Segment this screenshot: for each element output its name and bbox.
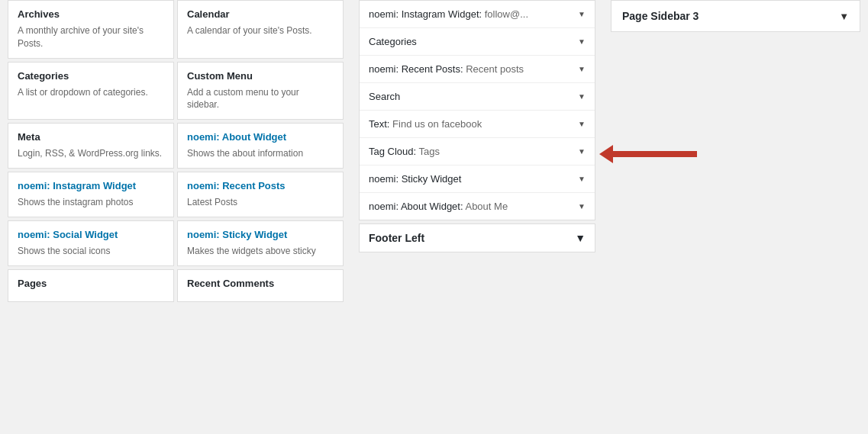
widget-noemi-about-title: noemi: About Widget (187, 131, 334, 143)
sidebar-item-about-widget-arrow: ▼ (578, 202, 586, 211)
page-sidebar-3-arrow: ▼ (839, 11, 849, 22)
widget-noemi-social-desc: Shows the social icons (18, 245, 164, 258)
sidebar-item-categories-label: Categories (369, 36, 417, 47)
sidebar-item-recent-posts-label: noemi: Recent Posts: Recent posts (369, 63, 524, 75)
sidebar-item-categories[interactable]: Categories ▼ (360, 28, 595, 56)
sidebar-item-tag-cloud-label: Tag Cloud: Tags (369, 146, 440, 157)
available-widgets-panel: Archives A monthly archive of your site'… (0, 0, 351, 434)
widget-archives-desc: A monthly archive of your site's Posts. (18, 24, 164, 50)
sidebar-item-instagram-follow[interactable]: noemi: Instagram Widget: follow@... ▼ (360, 1, 595, 28)
widget-recent-comments-title: Recent Comments (187, 278, 334, 289)
widget-noemi-social[interactable]: noemi: Social Widget Shows the social ic… (8, 220, 174, 266)
page-sidebar-3-title: Page Sidebar 3 (622, 10, 699, 22)
widget-custom-menu[interactable]: Custom Menu Add a custom menu to your si… (177, 62, 344, 121)
widget-archives-title: Archives (18, 8, 164, 20)
widget-noemi-recent-posts[interactable]: noemi: Recent Posts Latest Posts (177, 172, 344, 217)
red-arrow-body (613, 151, 697, 157)
widget-custom-menu-desc: Add a custom menu to your sidebar. (187, 86, 334, 112)
red-arrow-indicator (599, 145, 697, 163)
widget-categories-desc: A list or dropdown of categories. (18, 86, 164, 99)
sidebar-item-tag-cloud[interactable]: Tag Cloud: Tags ▼ (360, 138, 595, 166)
widget-noemi-sticky-desc: Makes the widgets above sticky (187, 245, 334, 258)
sidebar-item-search-arrow: ▼ (578, 92, 586, 101)
sidebar-item-instagram-follow-label: noemi: Instagram Widget: follow@... (369, 8, 528, 20)
sidebar-item-recent-posts[interactable]: noemi: Recent Posts: Recent posts ▼ (360, 56, 595, 83)
widget-calendar[interactable]: Calendar A calendar of your site's Posts… (177, 0, 344, 59)
widget-noemi-about[interactable]: noemi: About Widget Shows the about info… (177, 123, 344, 169)
sidebar-item-tag-cloud-arrow: ▼ (578, 147, 586, 156)
sidebar-areas-panel: noemi: Instagram Widget: follow@... ▼ Ca… (351, 0, 603, 434)
sidebar-item-about-widget[interactable]: noemi: About Widget: About Me ▼ (360, 193, 595, 220)
widget-noemi-instagram-desc: Shows the instagram photos (18, 196, 164, 209)
widget-noemi-about-desc: Shows the about information (187, 147, 334, 160)
widget-categories-title: Categories (18, 70, 164, 82)
widget-meta-title: Meta (18, 131, 164, 143)
sidebar-item-sticky-widget-label: noemi: Sticky Widget (369, 173, 461, 185)
widget-categories[interactable]: Categories A list or dropdown of categor… (8, 62, 174, 121)
sidebar-item-sticky-widget[interactable]: noemi: Sticky Widget ▼ (360, 166, 595, 193)
footer-left-section: Footer Left ▼ (359, 223, 595, 252)
sidebar-item-about-widget-label: noemi: About Widget: About Me (369, 201, 508, 212)
widget-calendar-title: Calendar (187, 8, 334, 20)
widget-noemi-instagram[interactable]: noemi: Instagram Widget Shows the instag… (8, 172, 174, 217)
right-panel: Page Sidebar 3 ▼ (603, 0, 868, 434)
sidebar-item-text-facebook-arrow: ▼ (578, 120, 586, 128)
red-arrow-head (599, 145, 613, 163)
sidebar-item-text-facebook[interactable]: Text: Find us on facebook ▼ (360, 111, 595, 138)
widget-pages[interactable]: Pages (8, 269, 174, 302)
sidebar-item-search[interactable]: Search ▼ (360, 83, 595, 111)
widget-meta-desc: Login, RSS, & WordPress.org links. (18, 147, 164, 160)
widget-recent-comments[interactable]: Recent Comments (177, 269, 344, 302)
widget-calendar-desc: A calendar of your site's Posts. (187, 24, 334, 37)
widget-noemi-social-title: noemi: Social Widget (18, 229, 164, 240)
sidebar-item-recent-posts-arrow: ▼ (578, 65, 586, 73)
widget-noemi-recent-posts-title: noemi: Recent Posts (187, 180, 334, 191)
widget-grid: Archives A monthly archive of your site'… (8, 0, 344, 302)
widget-custom-menu-title: Custom Menu (187, 70, 334, 82)
widget-noemi-sticky-title: noemi: Sticky Widget (187, 229, 334, 240)
footer-left-arrow: ▼ (575, 232, 586, 244)
widget-noemi-recent-posts-desc: Latest Posts (187, 196, 334, 209)
widget-meta[interactable]: Meta Login, RSS, & WordPress.org links. (8, 123, 174, 169)
sidebar-item-sticky-widget-arrow: ▼ (578, 175, 586, 183)
sidebar-item-instagram-follow-arrow: ▼ (578, 10, 586, 18)
widget-noemi-sticky[interactable]: noemi: Sticky Widget Makes the widgets a… (177, 220, 344, 266)
footer-left-title: Footer Left (369, 232, 424, 244)
page-sidebar-3-header[interactable]: Page Sidebar 3 ▼ (611, 0, 860, 32)
widget-archives[interactable]: Archives A monthly archive of your site'… (8, 0, 174, 59)
sidebar-item-categories-arrow: ▼ (578, 37, 586, 46)
widget-noemi-instagram-title: noemi: Instagram Widget (18, 180, 164, 191)
footer-left-header[interactable]: Footer Left ▼ (360, 224, 595, 252)
sidebar-item-search-label: Search (369, 91, 400, 102)
sidebar-item-text-facebook-label: Text: Find us on facebook (369, 118, 482, 130)
widget-pages-title: Pages (18, 278, 164, 289)
sidebar-section-main: noemi: Instagram Widget: follow@... ▼ Ca… (359, 0, 595, 220)
